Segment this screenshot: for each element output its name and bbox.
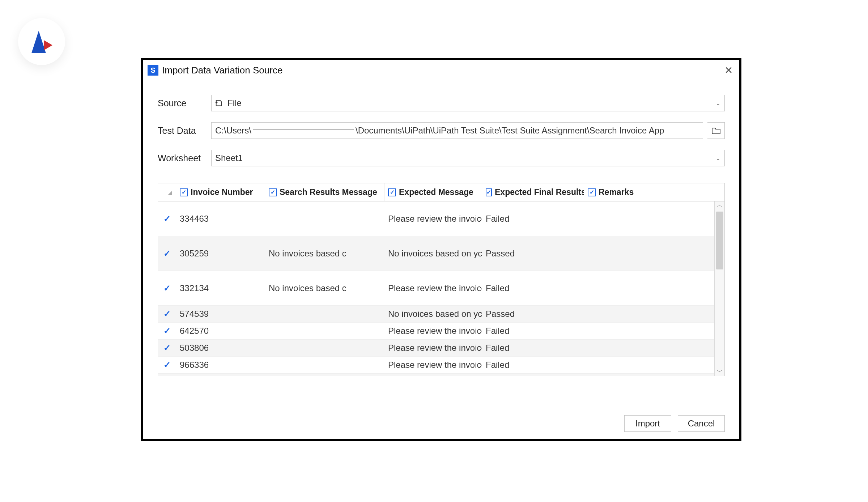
table-row[interactable]: ✓966336Please review the invoiceFailed — [158, 357, 724, 374]
data-grid[interactable]: ◢ ✓ Invoice Number ✓ Search Results Mess… — [158, 183, 725, 376]
row-check-icon: ✓ — [163, 360, 171, 370]
cell-search-results-message[interactable]: No invoices based c — [265, 248, 384, 259]
browse-button[interactable] — [707, 122, 725, 139]
header-invoice-number[interactable]: ✓ Invoice Number — [176, 183, 265, 201]
row-check-icon: ✓ — [163, 326, 171, 336]
close-button[interactable]: ✕ — [721, 63, 736, 77]
row-check-cell[interactable]: ✓ — [158, 309, 176, 319]
form-area: Source ⌄ Test Data C:\Users\ \Documents\… — [143, 80, 739, 183]
checkbox-icon[interactable]: ✓ — [486, 188, 492, 196]
table-row[interactable]: ✓332134No invoices based cPlease review … — [158, 271, 724, 306]
brand-logo — [18, 18, 65, 65]
table-row[interactable]: ✓503806Please review the invoiceFailed — [158, 340, 724, 357]
grid-wrap: ◢ ✓ Invoice Number ✓ Search Results Mess… — [143, 183, 739, 408]
source-row: Source ⌄ — [158, 94, 725, 112]
row-check-cell[interactable]: ✓ — [158, 326, 176, 336]
import-button[interactable]: Import — [624, 415, 671, 432]
cell-invoice-number[interactable]: 574539 — [176, 309, 265, 319]
row-check-icon: ✓ — [163, 375, 171, 376]
test-data-label: Test Data — [158, 126, 211, 136]
cell-expected-final-results[interactable]: Passed — [482, 248, 584, 259]
folder-icon — [711, 127, 721, 135]
test-data-row: Test Data C:\Users\ \Documents\UiPath\Ui… — [158, 122, 725, 140]
cell-expected-message[interactable]: No invoices based on yc — [384, 248, 482, 259]
row-check-cell[interactable]: ✓ — [158, 283, 176, 293]
row-check-icon: ✓ — [163, 343, 171, 353]
scrollbar[interactable]: ︿ ﹀ — [714, 201, 724, 376]
header-remarks[interactable]: ✓ Remarks — [584, 183, 646, 201]
cell-invoice-number[interactable]: 334463 — [176, 214, 265, 224]
scroll-down-icon[interactable]: ﹀ — [717, 368, 723, 376]
cell-invoice-number[interactable]: 305259 — [176, 248, 265, 259]
scroll-thumb[interactable] — [716, 212, 723, 269]
row-check-cell[interactable]: ✓ — [158, 375, 176, 376]
source-field[interactable]: ⌄ — [211, 95, 725, 111]
header-label: Search Results Message — [280, 187, 377, 197]
row-check-icon: ✓ — [163, 283, 171, 293]
row-check-cell[interactable]: ✓ — [158, 360, 176, 370]
title-bar: S Import Data Variation Source ✕ — [143, 60, 739, 80]
cell-expected-final-results[interactable]: Failed — [482, 360, 584, 370]
cell-invoice-number[interactable]: 332134 — [176, 283, 265, 293]
cell-expected-message[interactable]: Please review the invoice — [384, 214, 482, 224]
worksheet-field[interactable]: ⌄ — [211, 150, 725, 166]
cancel-button[interactable]: Cancel — [678, 415, 725, 432]
checkbox-icon[interactable]: ✓ — [588, 188, 596, 196]
cell-search-results-message[interactable]: No invoices based c — [265, 283, 384, 293]
select-all-corner[interactable]: ◢ — [158, 183, 176, 201]
cell-expected-message[interactable]: No invoices based on yc — [384, 309, 482, 319]
header-label: Expected Final Results — [495, 187, 584, 197]
table-row[interactable]: ✓409256Please review the invoiceFailed — [158, 374, 724, 376]
dialog-icon: S — [148, 65, 158, 76]
worksheet-input[interactable] — [211, 150, 725, 166]
cell-expected-final-results[interactable]: Failed — [482, 343, 584, 353]
cell-expected-message[interactable]: Please review the invoice — [384, 283, 482, 293]
source-label: Source — [158, 98, 211, 109]
cell-expected-final-results[interactable]: Passed — [482, 309, 584, 319]
filepath-prefix: C:\Users\ — [215, 126, 251, 136]
checkbox-icon[interactable]: ✓ — [269, 188, 277, 196]
scroll-up-icon[interactable]: ︿ — [717, 201, 723, 209]
test-data-field[interactable]: C:\Users\ \Documents\UiPath\UiPath Test … — [211, 122, 725, 139]
test-data-input[interactable]: C:\Users\ \Documents\UiPath\UiPath Test … — [211, 122, 703, 139]
cell-invoice-number[interactable]: 409256 — [176, 375, 265, 376]
cell-invoice-number[interactable]: 503806 — [176, 343, 265, 353]
table-row[interactable]: ✓305259No invoices based cNo invoices ba… — [158, 236, 724, 271]
table-row[interactable]: ✓574539No invoices based on ycPassed — [158, 306, 724, 323]
dialog-title: Import Data Variation Source — [162, 65, 282, 76]
file-type-icon — [215, 99, 223, 107]
filepath-redacted — [253, 129, 354, 130]
cell-invoice-number[interactable]: 966336 — [176, 360, 265, 370]
grid-body[interactable]: ✓334463Please review the invoiceFailed✓3… — [158, 201, 724, 376]
row-check-icon: ✓ — [163, 309, 171, 319]
cell-expected-message[interactable]: Please review the invoice — [384, 326, 482, 336]
dialog-window: S Import Data Variation Source ✕ Source … — [141, 58, 741, 441]
action-bar: Import Cancel — [143, 408, 739, 439]
row-check-icon: ✓ — [163, 248, 171, 259]
cell-expected-message[interactable]: Please review the invoice — [384, 375, 482, 376]
row-check-cell[interactable]: ✓ — [158, 343, 176, 353]
filepath-suffix: \Documents\UiPath\UiPath Test Suite\Test… — [356, 126, 664, 136]
cell-expected-message[interactable]: Please review the invoice — [384, 343, 482, 353]
cell-expected-final-results[interactable]: Failed — [482, 283, 584, 293]
brand-logo-mark — [30, 29, 53, 54]
cell-expected-final-results[interactable]: Failed — [482, 214, 584, 224]
cell-expected-final-results[interactable]: Failed — [482, 326, 584, 336]
row-check-cell[interactable]: ✓ — [158, 248, 176, 259]
table-row[interactable]: ✓334463Please review the invoiceFailed — [158, 201, 724, 236]
table-row[interactable]: ✓642570Please review the invoiceFailed — [158, 323, 724, 340]
header-expected-message[interactable]: ✓ Expected Message — [384, 183, 482, 201]
checkbox-icon[interactable]: ✓ — [180, 188, 188, 196]
checkbox-icon[interactable]: ✓ — [388, 188, 396, 196]
row-check-icon: ✓ — [163, 214, 171, 224]
header-expected-final-results[interactable]: ✓ Expected Final Results — [482, 183, 584, 201]
header-search-results-message[interactable]: ✓ Search Results Message — [265, 183, 384, 201]
cell-invoice-number[interactable]: 642570 — [176, 326, 265, 336]
source-input[interactable] — [211, 95, 725, 111]
cell-expected-message[interactable]: Please review the invoice — [384, 360, 482, 370]
row-check-cell[interactable]: ✓ — [158, 214, 176, 224]
worksheet-label: Worksheet — [158, 153, 211, 163]
cell-expected-final-results[interactable]: Failed — [482, 375, 584, 376]
worksheet-row: Worksheet ⌄ — [158, 149, 725, 167]
header-label: Invoice Number — [191, 187, 253, 197]
